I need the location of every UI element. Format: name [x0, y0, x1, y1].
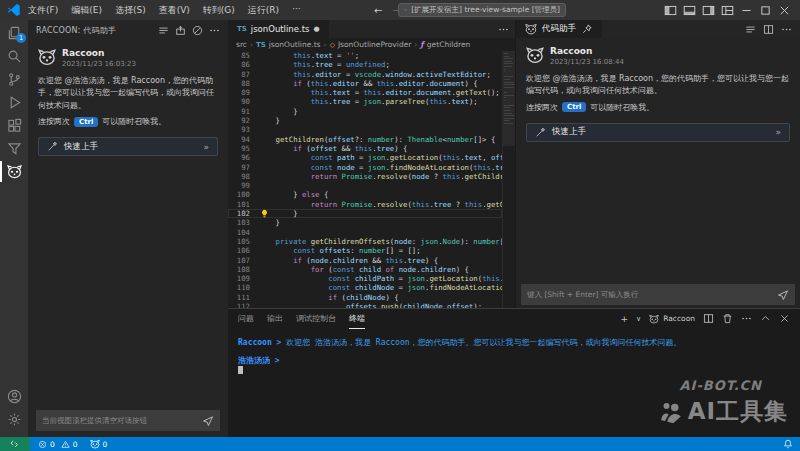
maximize-icon[interactable]: [759, 4, 772, 17]
quickstart-button[interactable]: 快速上手 »: [38, 137, 218, 156]
activity-item-source-control[interactable]: [0, 68, 28, 91]
terminal-list-item[interactable]: Raccoon: [649, 314, 695, 324]
code-line-93[interactable]: 93: [228, 125, 502, 134]
problems-status[interactable]: 0 0: [38, 440, 78, 449]
code-line-91[interactable]: 91 }: [228, 107, 502, 116]
code-line-103[interactable]: 103 }: [228, 218, 502, 227]
menu-item-2[interactable]: 编辑(E): [71, 4, 102, 17]
more-actions-icon[interactable]: [781, 24, 792, 35]
more-actions-icon[interactable]: [741, 313, 752, 324]
code-line-99[interactable]: 99: [228, 181, 502, 190]
minimap[interactable]: [502, 51, 515, 308]
typescript-file-icon: TS: [237, 25, 247, 33]
code-line-110[interactable]: 110 const childNode = json.findNodeAtLoc…: [228, 283, 502, 292]
wand-icon: [535, 127, 546, 138]
code-line-87[interactable]: 87 this.editor = vscode.window.activeTex…: [228, 70, 502, 79]
remote-indicator[interactable]: [0, 437, 30, 451]
menu-item-4[interactable]: 查看(V): [159, 4, 190, 17]
clear-chat-icon[interactable]: [745, 24, 756, 35]
code-line-105[interactable]: 105 private getChildrenOffsets(node: jso…: [228, 237, 502, 246]
sidebar-chat-input[interactable]: [42, 416, 197, 425]
code-line-104[interactable]: 104: [228, 228, 502, 237]
activity-item-settings-gear[interactable]: [0, 408, 28, 431]
activity-item-funnel[interactable]: [0, 137, 28, 160]
close-panel-icon[interactable]: [779, 313, 790, 324]
code-line-96[interactable]: 96 const path = json.getLocation(this.te…: [228, 153, 502, 162]
code-line-92[interactable]: 92 }: [228, 116, 502, 125]
activity-item-run-debug[interactable]: [0, 91, 28, 114]
code-line-85[interactable]: 85 this.text = '';: [228, 51, 502, 60]
activity-item-explorer[interactable]: 1: [0, 22, 28, 45]
code-line-97[interactable]: 97 const node = json.findNodeAtLocation(…: [228, 163, 502, 172]
code-line-101[interactable]: 101 return Promise.resolve(this.tree ? t…: [228, 200, 502, 209]
code-area[interactable]: 85 this.text = '';86 this.tree = undefin…: [228, 51, 502, 308]
toggle-sidebar-icon[interactable]: [664, 4, 677, 17]
toggle-secondary-sidebar-icon[interactable]: [702, 4, 715, 17]
kill-terminal-icon[interactable]: [722, 313, 733, 324]
modified-dot-icon[interactable]: ●: [313, 25, 319, 33]
pin-icon[interactable]: [581, 23, 593, 35]
tab-jsonoutline[interactable]: TS jsonOutline.ts ●: [228, 20, 329, 38]
nav-back-icon[interactable]: ←: [374, 5, 382, 16]
code-line-88[interactable]: 88 if (this.editor && this.editor.docume…: [228, 79, 502, 88]
more-actions-icon[interactable]: [209, 25, 220, 36]
new-chat-icon[interactable]: [175, 25, 186, 36]
code-line-94[interactable]: 94 getChildren(offset?: number): Thenabl…: [228, 135, 502, 144]
method-symbol-icon: ƒ: [420, 40, 423, 49]
panel-tab-terminal-active[interactable]: 终端: [349, 309, 365, 329]
terminal-dropdown-icon[interactable]: ∨: [636, 315, 641, 323]
send-icon[interactable]: [777, 289, 789, 301]
activity-item-account[interactable]: [0, 385, 28, 408]
split-terminal-icon[interactable]: [703, 313, 714, 324]
menu-item-6[interactable]: 运行(R): [248, 4, 279, 17]
assistant-input[interactable]: [527, 290, 772, 299]
menu-item-3[interactable]: 选择(S): [115, 4, 146, 17]
code-line-98[interactable]: 98 return Promise.resolve(node ? this.ge…: [228, 172, 502, 181]
code-line-102[interactable]: 102 }: [228, 209, 502, 218]
code-line-89[interactable]: 89 this.text = this.editor.document.getT…: [228, 88, 502, 97]
send-icon[interactable]: [202, 415, 214, 427]
code-line-100[interactable]: 100 } else {: [228, 190, 502, 199]
raccoon-status[interactable]: 0: [90, 439, 108, 449]
breadcrumb-src[interactable]: src: [236, 40, 247, 49]
maximize-panel-icon[interactable]: [760, 313, 771, 324]
code-text: if (node.children && this.tree) {: [258, 256, 502, 265]
activity-item-extensions[interactable]: [0, 114, 28, 137]
quickstart-button[interactable]: 快速上手 »: [526, 123, 790, 142]
code-line-107[interactable]: 107 if (node.children && this.tree) {: [228, 256, 502, 265]
breadcrumb-method[interactable]: getChildren: [427, 40, 471, 49]
code-line-86[interactable]: 86 this.tree = undefined;: [228, 60, 502, 69]
error-count: 0: [50, 440, 55, 449]
new-terminal-icon[interactable]: +: [621, 314, 629, 324]
code-line-109[interactable]: 109 const childPath = json.getLocation(t…: [228, 274, 502, 283]
code-line-108[interactable]: 108 for (const child of node.children) {: [228, 265, 502, 274]
activity-item-search[interactable]: [0, 45, 28, 68]
lightbulb-icon[interactable]: [260, 209, 269, 218]
breadcrumb-file[interactable]: jsonOutline.ts: [269, 40, 321, 49]
panel-tabs: 问题输出调试控制台终端: [228, 309, 365, 329]
code-line-90[interactable]: 90 this.tree = json.parseTree(this.text)…: [228, 97, 502, 106]
menu-item-7[interactable]: ···: [292, 4, 301, 17]
close-icon[interactable]: [778, 4, 791, 17]
toggle-panel-icon[interactable]: [683, 4, 696, 17]
clear-chat-icon[interactable]: [158, 25, 169, 36]
menu-item-1[interactable]: 文件(F): [28, 4, 58, 17]
split-editor-icon[interactable]: [763, 24, 774, 35]
minimize-icon[interactable]: [740, 4, 753, 17]
activity-item-raccoon[interactable]: [0, 160, 28, 183]
breadcrumb-class[interactable]: JsonOutlineProvider: [338, 40, 411, 49]
terminal[interactable]: Raccoon > 欢迎您 浩浩汤汤，我是 Raccoon，您的代码助手。您可以…: [238, 338, 794, 433]
window-search-box[interactable]: [扩展开发宿主] tree-view-sample [管理员]: [398, 3, 566, 17]
stop-icon[interactable]: [192, 25, 203, 36]
tab-code-assistant[interactable]: 代码助手: [516, 20, 602, 38]
menu-item-5[interactable]: 转到(G): [203, 4, 235, 17]
panel-tab-item[interactable]: 调试控制台: [296, 309, 336, 329]
panel-tab-item[interactable]: 输出: [267, 309, 283, 329]
notifications-bell-icon[interactable]: [783, 439, 793, 449]
code-line-95[interactable]: 95 if (offset && this.tree) {: [228, 144, 502, 153]
panel-tab-item[interactable]: 问题: [238, 309, 254, 329]
code-line-111[interactable]: 111 if (childNode) {: [228, 293, 502, 302]
customize-layout-icon[interactable]: [721, 4, 734, 17]
more-actions-icon[interactable]: [498, 24, 509, 35]
code-line-106[interactable]: 106 const offsets: number[] = [];: [228, 246, 502, 255]
